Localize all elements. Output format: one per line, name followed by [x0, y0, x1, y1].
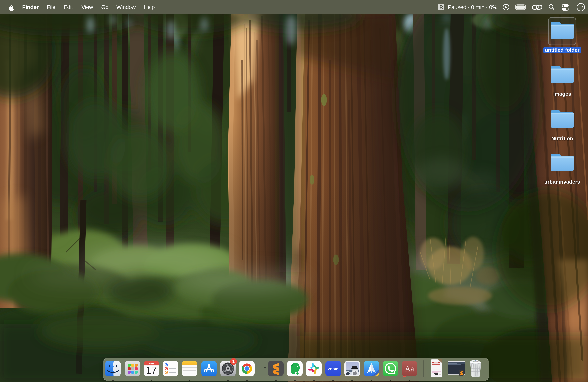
svg-text:17: 17 [146, 365, 157, 376]
svg-text:zoom: zoom [328, 367, 338, 371]
svg-text:Aa: Aa [405, 364, 414, 373]
